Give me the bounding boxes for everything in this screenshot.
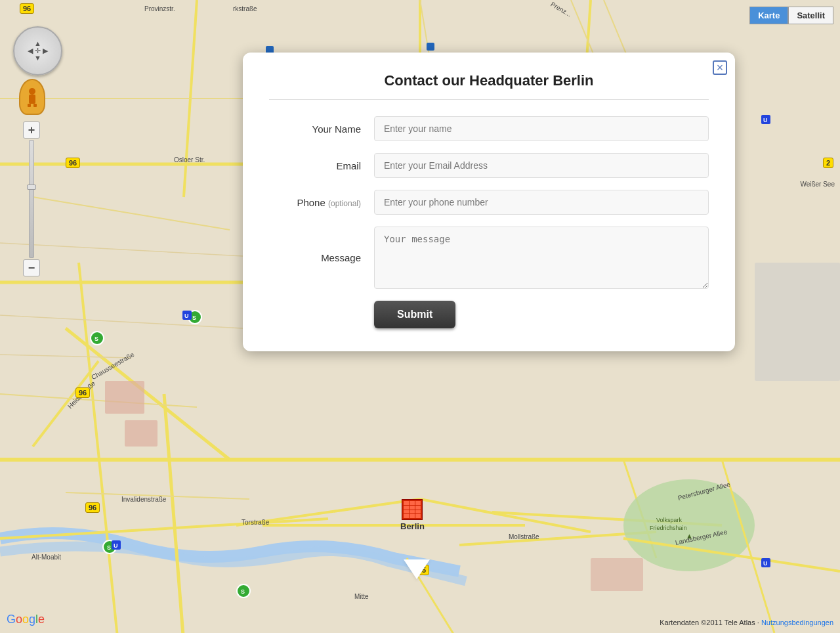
map-type-controls: Karte Satellit xyxy=(749,7,833,24)
svg-text:▲: ▲ xyxy=(686,532,693,540)
map-type-satellit-button[interactable]: Satellit xyxy=(788,7,833,24)
road-badge-96-4: 96 xyxy=(85,502,100,513)
popup-title: Contact our Headquater Berlin xyxy=(269,72,709,100)
input-phone[interactable] xyxy=(374,190,709,215)
zoom-slider-thumb xyxy=(27,185,36,190)
form-row-message: Message xyxy=(269,227,709,289)
svg-rect-40 xyxy=(427,43,434,51)
pegman[interactable] xyxy=(19,79,45,115)
svg-text:U: U xyxy=(763,560,768,567)
form-row-email: Email xyxy=(269,153,709,178)
svg-text:Friedrichshain: Friedrichshain xyxy=(650,525,687,531)
zoom-in-button[interactable]: + xyxy=(23,121,40,139)
svg-rect-29 xyxy=(591,558,643,591)
svg-text:S: S xyxy=(192,315,196,321)
road-badge-2: 2 xyxy=(823,158,833,168)
svg-point-57 xyxy=(29,88,35,95)
label-email: Email xyxy=(269,160,374,171)
svg-text:U: U xyxy=(763,117,768,123)
nav-arrows: ▲ ◀ ✛ ▶ ▼ xyxy=(28,40,48,62)
svg-text:U: U xyxy=(114,542,118,549)
form-row-phone: Phone (optional) xyxy=(269,190,709,215)
google-logo: Google xyxy=(7,613,45,626)
berlin-marker: Berlin xyxy=(400,499,425,531)
svg-rect-27 xyxy=(125,420,158,447)
input-message[interactable] xyxy=(374,227,709,289)
berlin-building-icon xyxy=(402,499,423,520)
label-message: Message xyxy=(269,252,374,263)
popup-triangle xyxy=(404,559,430,579)
label-phone: Phone (optional) xyxy=(269,197,374,208)
attribution-link[interactable]: Nutzungsbedingungen xyxy=(761,619,833,626)
input-name[interactable] xyxy=(374,116,709,141)
svg-text:S: S xyxy=(241,588,245,595)
berlin-label: Berlin xyxy=(400,521,425,531)
map-attribution: Kartendaten ©2011 Tele Atlas · Nutzungsb… xyxy=(660,619,833,626)
road-badge-96-3: 96 xyxy=(75,387,90,398)
zoom-out-button[interactable]: − xyxy=(23,259,40,276)
phone-optional-label: (optional) xyxy=(328,199,361,208)
svg-rect-59 xyxy=(28,104,31,107)
svg-rect-28 xyxy=(755,263,840,381)
map-type-karte-button[interactable]: Karte xyxy=(749,7,788,24)
submit-button[interactable]: Submit xyxy=(374,301,455,328)
input-email[interactable] xyxy=(374,153,709,178)
svg-text:S: S xyxy=(94,336,98,342)
svg-text:Volkspark: Volkspark xyxy=(656,517,682,523)
svg-text:U: U xyxy=(184,313,189,319)
nav-circle[interactable]: ▲ ◀ ✛ ▶ ▼ xyxy=(13,26,62,76)
zoom-controls: + − xyxy=(23,121,40,276)
svg-point-22 xyxy=(623,479,755,571)
svg-rect-26 xyxy=(105,381,144,414)
road-badge-96-2: 96 xyxy=(66,158,80,168)
zoom-slider[interactable] xyxy=(29,140,34,258)
svg-text:S: S xyxy=(107,544,111,551)
popup-close-button[interactable]: × xyxy=(713,60,727,75)
svg-rect-58 xyxy=(29,95,35,104)
nav-controls: ▲ ◀ ✛ ▶ ▼ xyxy=(13,26,62,76)
contact-popup: × Contact our Headquater Berlin Your Nam… xyxy=(243,53,735,351)
label-name: Your Name xyxy=(269,123,374,135)
submit-row: Submit xyxy=(269,301,709,328)
road-badge-96-1: 96 xyxy=(20,3,34,14)
svg-rect-60 xyxy=(33,104,37,107)
form-row-name: Your Name xyxy=(269,116,709,141)
attribution-text: Kartendaten ©2011 Tele Atlas · xyxy=(660,619,761,626)
